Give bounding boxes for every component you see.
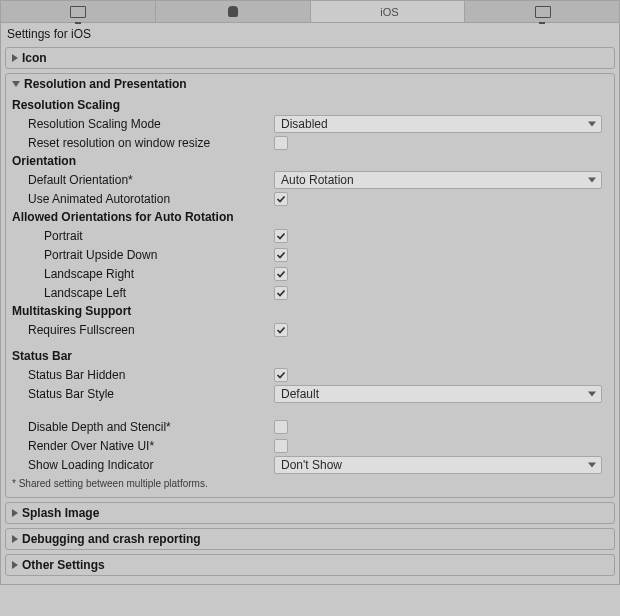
section-resolution: Resolution and Presentation Resolution S… [5,73,615,498]
section-resolution-body: Resolution Scaling Resolution Scaling Mo… [6,94,614,497]
row-resolution-scaling-mode: Resolution Scaling Mode Disabled [12,114,608,133]
heading-status-bar: Status Bar [12,347,608,365]
section-other-header[interactable]: Other Settings [6,555,614,575]
chevron-down-icon [12,81,20,87]
section-resolution-header[interactable]: Resolution and Presentation [6,74,614,94]
row-portrait-upside: Portrait Upside Down [12,245,608,264]
label-requires-fullscreen: Requires Fullscreen [12,323,274,337]
checkbox-landscape-right[interactable] [274,267,288,281]
label-landscape-left: Landscape Left [12,286,274,300]
row-reset-resolution: Reset resolution on window resize [12,133,608,152]
label-default-orientation: Default Orientation* [12,173,274,187]
heading-resolution-scaling: Resolution Scaling [12,96,608,114]
checkbox-disable-depth[interactable] [274,420,288,434]
chevron-right-icon [12,561,18,569]
dropdown-status-bar-style[interactable]: Default [274,385,602,403]
row-landscape-right: Landscape Right [12,264,608,283]
heading-multitasking: Multitasking Support [12,302,608,320]
tab-standalone[interactable] [1,1,156,22]
label-portrait: Portrait [12,229,274,243]
section-other: Other Settings [5,554,615,576]
page-title: Settings for iOS [1,23,619,47]
row-status-bar-hidden: Status Bar Hidden [12,365,608,384]
section-resolution-title: Resolution and Presentation [24,77,187,91]
label-animated-autorotation: Use Animated Autorotation [12,192,274,206]
label-disable-depth: Disable Depth and Stencil* [12,420,274,434]
checkbox-requires-fullscreen[interactable] [274,323,288,337]
checkbox-portrait-upside[interactable] [274,248,288,262]
dropdown-default-orientation-value: Auto Rotation [281,173,354,187]
section-other-title: Other Settings [22,558,105,572]
checkbox-status-bar-hidden[interactable] [274,368,288,382]
row-default-orientation: Default Orientation* Auto Rotation [12,170,608,189]
row-portrait: Portrait [12,226,608,245]
row-requires-fullscreen: Requires Fullscreen [12,320,608,339]
label-loading-indicator: Show Loading Indicator [12,458,274,472]
checkbox-animated-autorotation[interactable] [274,192,288,206]
chevron-down-icon [588,121,596,126]
dropdown-resolution-scaling-mode[interactable]: Disabled [274,115,602,133]
section-icon-header[interactable]: Icon [6,48,614,68]
chevron-right-icon [12,54,18,62]
row-status-bar-style: Status Bar Style Default [12,384,608,403]
section-splash-title: Splash Image [22,506,99,520]
label-status-bar-style: Status Bar Style [12,387,274,401]
checkbox-reset-resolution[interactable] [274,136,288,150]
tab-ios-label: iOS [380,6,398,18]
player-settings-panel: iOS Settings for iOS Icon Resolution and… [0,0,620,585]
chevron-down-icon [588,177,596,182]
heading-allowed-orientations: Allowed Orientations for Auto Rotation [12,208,608,226]
label-render-over: Render Over Native UI* [12,439,274,453]
heading-orientation: Orientation [12,152,608,170]
sections-container: Icon Resolution and Presentation Resolut… [1,47,619,584]
dropdown-status-bar-style-value: Default [281,387,319,401]
row-disable-depth: Disable Depth and Stencil* [12,417,608,436]
dropdown-loading-indicator-value: Don't Show [281,458,342,472]
checkbox-portrait[interactable] [274,229,288,243]
other-platform-icon [535,6,550,18]
section-debugging-title: Debugging and crash reporting [22,532,201,546]
dropdown-resolution-scaling-mode-value: Disabled [281,117,328,131]
dropdown-default-orientation[interactable]: Auto Rotation [274,171,602,189]
row-landscape-left: Landscape Left [12,283,608,302]
chevron-down-icon [588,391,596,396]
dropdown-loading-indicator[interactable]: Don't Show [274,456,602,474]
checkbox-landscape-left[interactable] [274,286,288,300]
section-splash-header[interactable]: Splash Image [6,503,614,523]
section-debugging-header[interactable]: Debugging and crash reporting [6,529,614,549]
tab-other-platform[interactable] [465,1,619,22]
row-render-over: Render Over Native UI* [12,436,608,455]
tab-android[interactable] [156,1,311,22]
label-status-bar-hidden: Status Bar Hidden [12,368,274,382]
label-resolution-scaling-mode: Resolution Scaling Mode [12,117,274,131]
label-landscape-right: Landscape Right [12,267,274,281]
section-debugging: Debugging and crash reporting [5,528,615,550]
section-splash: Splash Image [5,502,615,524]
standalone-icon [70,6,85,18]
chevron-down-icon [588,462,596,467]
chevron-right-icon [12,509,18,517]
section-icon-title: Icon [22,51,47,65]
label-reset-resolution: Reset resolution on window resize [12,136,274,150]
row-animated-autorotation: Use Animated Autorotation [12,189,608,208]
chevron-right-icon [12,535,18,543]
android-icon [226,6,240,18]
tab-ios[interactable]: iOS [311,1,466,22]
platform-tabs: iOS [1,1,619,23]
shared-setting-footnote: * Shared setting between multiple platfo… [12,474,608,491]
checkbox-render-over[interactable] [274,439,288,453]
label-portrait-upside: Portrait Upside Down [12,248,274,262]
section-icon: Icon [5,47,615,69]
row-loading-indicator: Show Loading Indicator Don't Show [12,455,608,474]
